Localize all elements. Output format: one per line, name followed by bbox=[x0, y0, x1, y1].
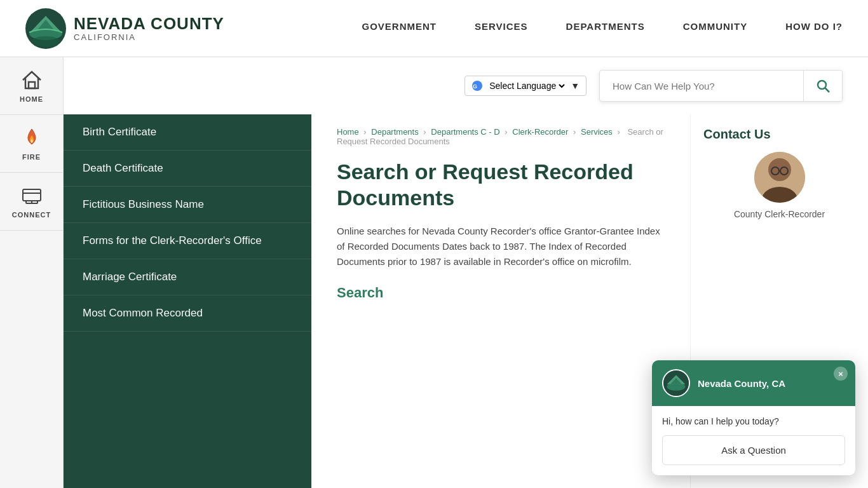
sidebar-item-connect[interactable]: CONNECT bbox=[0, 173, 63, 231]
search-section-title: Search bbox=[337, 285, 665, 301]
site-header: NEVADA COUNTY CALIFORNIA GOVERNMENT SERV… bbox=[0, 0, 868, 57]
left-nav: Birth Certificate Death Certificate Fict… bbox=[64, 114, 311, 488]
nav-community[interactable]: COMMUNITY bbox=[683, 21, 748, 36]
fire-icon bbox=[20, 126, 43, 149]
nav-marriage-certificate[interactable]: Marriage Certificate bbox=[64, 259, 311, 295]
search-box bbox=[599, 70, 843, 102]
breadcrumb-depts-cd[interactable]: Departments C - D bbox=[431, 127, 499, 137]
breadcrumb-home[interactable]: Home bbox=[337, 127, 359, 137]
chat-greeting: Hi, how can I help you today? bbox=[662, 416, 845, 426]
page-title: Search or Request Recorded Documents bbox=[337, 159, 665, 211]
nav-birth-certificate[interactable]: Birth Certificate bbox=[64, 114, 311, 151]
nav-how-do-i[interactable]: HOW DO I? bbox=[785, 21, 843, 36]
contact-title: Contact Us bbox=[703, 127, 855, 142]
svg-text:G: G bbox=[473, 83, 477, 90]
chat-header: Nevada County, CA × bbox=[652, 360, 855, 406]
chat-name: Nevada County, CA bbox=[698, 378, 785, 389]
nav-fictitious-business-name[interactable]: Fictitious Business Name bbox=[64, 187, 311, 223]
search-icon bbox=[815, 78, 831, 93]
svg-line-14 bbox=[825, 88, 830, 93]
page-description: Online searches for Nevada County Record… bbox=[337, 224, 665, 269]
chat-logo-icon bbox=[663, 369, 689, 397]
sidebar-icons: HOME FIRE CONNEC bbox=[0, 57, 64, 488]
svg-rect-6 bbox=[23, 189, 41, 201]
sidebar-item-home[interactable]: HOME bbox=[0, 57, 63, 115]
nav-departments[interactable]: DEPARTMENTS bbox=[566, 21, 645, 36]
logo-text: NEVADA COUNTY CALIFORNIA bbox=[74, 15, 224, 42]
nav-most-common[interactable]: Most Common Recorded bbox=[64, 295, 311, 332]
translate-icon: G bbox=[471, 80, 483, 92]
language-select-dropdown[interactable]: Select Language bbox=[487, 80, 567, 92]
sidebar-item-fire-label: FIRE bbox=[22, 153, 41, 161]
nav-services[interactable]: SERVICES bbox=[475, 21, 528, 36]
breadcrumb: Home › Departments › Departments C - D ›… bbox=[337, 127, 665, 146]
chevron-down-icon: ▼ bbox=[571, 81, 580, 91]
main-nav: GOVERNMENT SERVICES DEPARTMENTS COMMUNIT… bbox=[362, 21, 843, 36]
nav-forms-clerk[interactable]: Forms for the Clerk-Recorder's Office bbox=[64, 223, 311, 259]
nav-government[interactable]: GOVERNMENT bbox=[362, 21, 437, 36]
svg-rect-5 bbox=[29, 82, 35, 88]
breadcrumb-clerk-recorder[interactable]: Clerk-Recorder bbox=[512, 127, 568, 137]
home-icon bbox=[20, 69, 43, 92]
svg-point-13 bbox=[818, 81, 826, 89]
page-content: Home › Departments › Departments C - D ›… bbox=[311, 114, 690, 488]
sidebar-item-connect-label: CONNECT bbox=[12, 211, 51, 219]
connect-icon bbox=[20, 184, 43, 207]
nav-death-certificate[interactable]: Death Certificate bbox=[64, 151, 311, 187]
chat-avatar bbox=[662, 369, 690, 397]
search-button[interactable] bbox=[803, 71, 842, 101]
person-icon bbox=[754, 152, 805, 203]
logo-link[interactable]: NEVADA COUNTY CALIFORNIA bbox=[25, 8, 224, 49]
sidebar-item-fire[interactable]: FIRE bbox=[0, 115, 63, 173]
breadcrumb-departments[interactable]: Departments bbox=[371, 127, 418, 137]
logo-line1: NEVADA COUNTY bbox=[74, 15, 224, 33]
contact-sub: County Clerk-Recorder bbox=[703, 209, 855, 219]
ask-question-button[interactable]: Ask a Question bbox=[662, 435, 845, 465]
logo-icon bbox=[25, 8, 66, 49]
sidebar-item-home-label: HOME bbox=[20, 95, 43, 103]
search-input[interactable] bbox=[600, 73, 803, 99]
breadcrumb-services[interactable]: Services bbox=[581, 127, 613, 137]
chat-widget: Nevada County, CA × Hi, how can I help y… bbox=[652, 360, 855, 475]
svg-point-4 bbox=[32, 36, 60, 46]
chat-body: Hi, how can I help you today? Ask a Ques… bbox=[652, 406, 855, 475]
chat-close-button[interactable]: × bbox=[834, 367, 848, 381]
contact-person-avatar bbox=[754, 152, 805, 203]
language-selector[interactable]: G Select Language ▼ bbox=[465, 76, 587, 96]
logo-line2: CALIFORNIA bbox=[74, 33, 224, 42]
top-bar: G Select Language ▼ bbox=[64, 57, 868, 114]
